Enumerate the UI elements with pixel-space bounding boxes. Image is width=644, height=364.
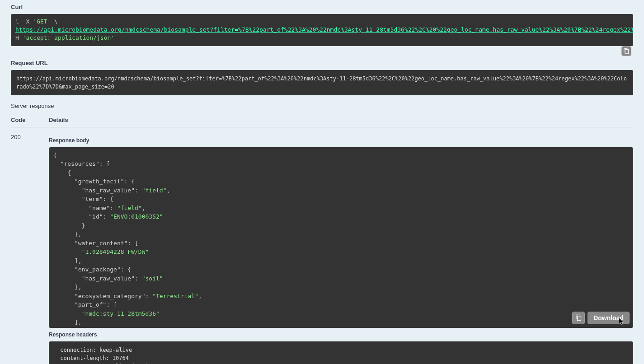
response-headers-label: Response headers	[49, 331, 633, 338]
json-text: : [	[127, 240, 138, 247]
response-table: Code Details 200 Response body { "resour…	[11, 113, 633, 364]
json-string: "field"	[117, 205, 142, 211]
clipboard-icon	[575, 314, 582, 321]
response-headers-box: connection: keep-alive content-length: 1…	[49, 341, 633, 364]
json-text: : {	[124, 178, 135, 185]
curl-slash: \	[51, 18, 58, 25]
response-header-row: Code Details	[11, 113, 633, 127]
json-string: "soil"	[142, 275, 163, 282]
json-line: ],	[53, 319, 82, 326]
json-text: : [	[106, 301, 117, 308]
response-body-row: 200 Response body { "resources": [ { "gr…	[11, 127, 633, 364]
json-string: "nmdc:sty-11-28tm5d36"	[82, 310, 160, 317]
curl-h-prefix: H	[15, 34, 23, 41]
json-string: "field"	[142, 187, 167, 194]
json-key: "name"	[89, 205, 110, 211]
json-string: "1.028494228 FW/DW"	[82, 248, 149, 255]
request-url-box: https://api.microbiomedata.org/nmdcschem…	[11, 70, 633, 95]
json-key: "env_package"	[75, 266, 121, 273]
curl-accept: 'accept: application/json'	[23, 34, 115, 41]
clipboard-icon	[623, 48, 630, 54]
curl-method: 'GET'	[33, 18, 51, 25]
json-key: "has_raw_value"	[82, 187, 135, 194]
details-header: Details	[49, 117, 633, 123]
details-column: Response body { "resources": [ { "growth…	[49, 134, 633, 364]
json-line: },	[53, 231, 82, 238]
json-line: ],	[53, 257, 82, 264]
response-body-label: Response body	[49, 137, 633, 144]
json-key: "term"	[82, 196, 103, 202]
curl-url[interactable]: https://api.microbiomedata.org/nmdcschem…	[15, 26, 633, 33]
json-key: "growth_facil"	[75, 178, 124, 185]
json-text: : [	[99, 160, 110, 167]
server-response-label: Server response	[11, 103, 633, 109]
curl-label: Curl	[11, 4, 633, 10]
json-string: "Terrestrial"	[152, 293, 198, 299]
json-key: "resources"	[61, 160, 99, 167]
json-text: : {	[121, 266, 131, 273]
code-header: Code	[11, 117, 49, 123]
request-url-label: Request URL	[11, 60, 633, 66]
json-line: {	[53, 169, 71, 176]
json-line: }	[53, 222, 85, 229]
json-string: "ENVO:01000352"	[110, 213, 163, 220]
json-key: "water_content"	[75, 240, 127, 247]
copy-response-button[interactable]	[572, 312, 585, 324]
json-line: {	[53, 152, 57, 159]
response-actions: Download	[572, 312, 630, 324]
curl-line1-prefix: l -X	[15, 18, 33, 25]
response-body-content[interactable]: { "resources": [ { "growth_facil": { "ha…	[49, 147, 633, 328]
json-line: },	[53, 284, 82, 290]
json-key: "has_raw_value"	[82, 275, 135, 282]
curl-codebox: l -X 'GET' \ https://api.microbiomedata.…	[11, 14, 633, 46]
response-body-box: { "resources": [ { "growth_facil": { "ha…	[49, 147, 633, 328]
status-code: 200	[11, 134, 49, 364]
json-key: "ecosystem_category"	[75, 293, 146, 299]
cursor-pointer-icon	[617, 317, 625, 326]
json-key: "id"	[89, 213, 103, 220]
json-text: : {	[103, 196, 113, 202]
copy-curl-button[interactable]	[621, 46, 631, 56]
json-key: "part_of"	[75, 301, 106, 308]
